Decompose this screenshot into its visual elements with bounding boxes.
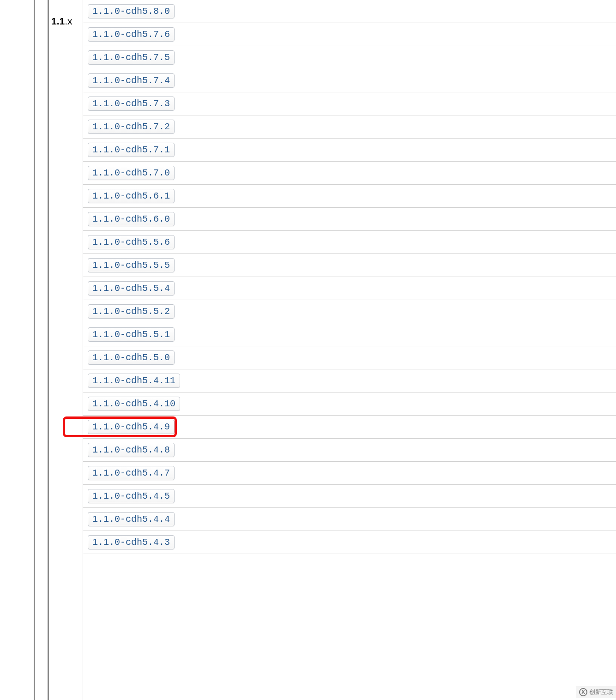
watermark: X 创新互联 [576, 686, 616, 698]
version-badge[interactable]: 1.1.0-cdh5.4.3 [88, 535, 175, 549]
version-badge[interactable]: 1.1.0-cdh5.8.0 [88, 4, 175, 18]
version-badge[interactable]: 1.1.0-cdh5.5.4 [88, 281, 175, 296]
version-badge[interactable]: 1.1.0-cdh5.4.5 [88, 489, 175, 503]
version-badge[interactable]: 1.1.0-cdh5.7.4 [88, 73, 175, 88]
version-row: 1.1.0-cdh5.4.3 [83, 531, 616, 554]
version-badge[interactable]: 1.1.0-cdh5.7.1 [88, 143, 175, 157]
version-badge[interactable]: 1.1.0-cdh5.7.5 [88, 50, 175, 65]
version-badge[interactable]: 1.1.0-cdh5.4.10 [88, 397, 180, 411]
version-row: 1.1.0-cdh5.6.1 [83, 185, 616, 208]
version-badge[interactable]: 1.1.0-cdh5.5.2 [88, 304, 175, 319]
version-row: 1.1.0-cdh5.4.7 [83, 462, 616, 485]
version-row: 1.1.0-cdh5.7.4 [83, 69, 616, 92]
version-row: 1.1.0-cdh5.5.4 [83, 277, 616, 300]
version-badge[interactable]: 1.1.0-cdh5.7.3 [88, 97, 175, 111]
version-group-column: 1.1.x [49, 0, 83, 700]
version-row: 1.1.0-cdh5.8.0 [83, 0, 616, 23]
version-row: 1.1.0-cdh5.5.1 [83, 323, 616, 346]
version-row: 1.1.0-cdh5.5.2 [83, 300, 616, 323]
version-row: 1.1.0-cdh5.5.6 [83, 231, 616, 254]
version-row: 1.1.0-cdh5.7.3 [83, 92, 616, 115]
version-group-suffix: .x [65, 16, 72, 26]
version-badge[interactable]: 1.1.0-cdh5.6.0 [88, 212, 175, 226]
version-row: 1.1.0-cdh5.4.9 [83, 416, 616, 439]
version-badge[interactable]: 1.1.0-cdh5.5.1 [88, 327, 175, 342]
version-badge[interactable]: 1.1.0-cdh5.5.5 [88, 258, 175, 272]
version-row: 1.1.0-cdh5.7.2 [83, 115, 616, 139]
version-row: 1.1.0-cdh5.4.11 [83, 369, 616, 392]
version-group-prefix: 1.1 [51, 16, 65, 26]
version-badge[interactable]: 1.1.0-cdh5.5.0 [88, 350, 175, 365]
version-row: 1.1.0-cdh5.7.5 [83, 46, 616, 69]
watermark-icon: X [579, 688, 587, 696]
version-badge[interactable]: 1.1.0-cdh5.7.2 [88, 120, 175, 134]
version-row: 1.1.0-cdh5.4.4 [83, 508, 616, 531]
version-row: 1.1.0-cdh5.5.0 [83, 346, 616, 369]
version-badge[interactable]: 1.1.0-cdh5.4.4 [88, 512, 175, 526]
version-badge[interactable]: 1.1.0-cdh5.4.9 [88, 420, 175, 434]
table-container: 1.1.x 1.1.0-cdh5.8.01.1.0-cdh5.7.61.1.0-… [34, 0, 616, 700]
version-group-label: 1.1.x [51, 16, 83, 27]
version-badge[interactable]: 1.1.0-cdh5.4.8 [88, 443, 175, 457]
version-badge[interactable]: 1.1.0-cdh5.5.6 [88, 235, 175, 249]
version-badge[interactable]: 1.1.0-cdh5.7.0 [88, 166, 175, 180]
version-badge[interactable]: 1.1.0-cdh5.6.1 [88, 189, 175, 203]
watermark-text: 创新互联 [589, 688, 613, 696]
version-badge[interactable]: 1.1.0-cdh5.7.6 [88, 27, 175, 42]
version-row: 1.1.0-cdh5.4.5 [83, 485, 616, 508]
version-row: 1.1.0-cdh5.6.0 [83, 208, 616, 231]
version-row: 1.1.0-cdh5.7.0 [83, 162, 616, 185]
version-row: 1.1.0-cdh5.4.10 [83, 392, 616, 416]
version-row: 1.1.0-cdh5.5.5 [83, 254, 616, 277]
version-row: 1.1.0-cdh5.4.8 [83, 439, 616, 462]
inner-container: 1.1.x 1.1.0-cdh5.8.01.1.0-cdh5.7.61.1.0-… [48, 0, 616, 700]
version-row: 1.1.0-cdh5.7.1 [83, 139, 616, 162]
version-badge[interactable]: 1.1.0-cdh5.4.7 [88, 466, 175, 480]
version-row: 1.1.0-cdh5.7.6 [83, 23, 616, 46]
version-list: 1.1.0-cdh5.8.01.1.0-cdh5.7.61.1.0-cdh5.7… [83, 0, 616, 700]
version-badge[interactable]: 1.1.0-cdh5.4.11 [88, 374, 180, 388]
